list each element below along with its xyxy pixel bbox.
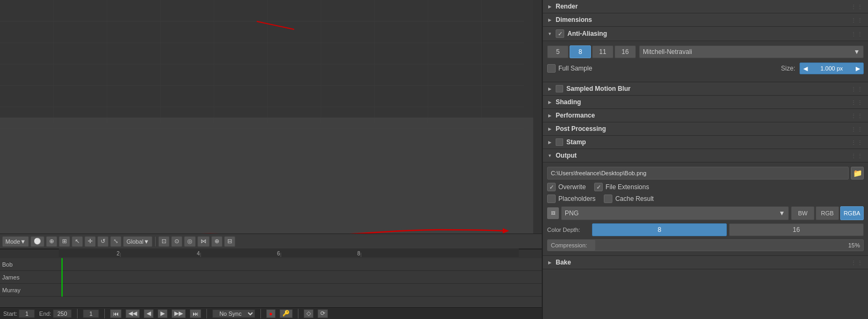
viewport-area: Mode ▼ ⚪ ⊕ ⊞ ↖ ✛ ↺ ⤡ Global ▼ ⊡ ⊙ ◎ ⋈ ⊕ …: [0, 0, 542, 319]
aa-sample-5[interactable]: 5: [547, 45, 569, 58]
rotate-btn[interactable]: ↺: [97, 236, 109, 247]
pivot-btn[interactable]: ⊕: [211, 236, 222, 247]
layout-btn[interactable]: ⊟: [224, 236, 235, 247]
record-btn[interactable]: ●: [266, 309, 275, 318]
smb-section-header[interactable]: ▶ Sampled Motion Blur ⋮⋮: [543, 82, 868, 96]
post-processing-section-header[interactable]: ▶ Post Processing ⋮⋮: [543, 122, 868, 136]
svg-rect-1: [0, 0, 542, 118]
dimensions-title: Dimensions: [556, 16, 592, 24]
prev-key-btn[interactable]: ◀◀: [126, 309, 140, 318]
output-browse-btn[interactable]: 📁: [851, 167, 864, 180]
svg-text:6: 6: [277, 251, 280, 256]
scale-btn[interactable]: ⤡: [110, 236, 121, 247]
dimensions-dots: ⋮⋮: [851, 17, 864, 23]
performance-toggle-icon: ▶: [547, 113, 552, 118]
render-title: Render: [556, 3, 578, 10]
aa-full-sample-row: Full Sample Size: ◀ 1.000 px ▶: [547, 63, 864, 74]
full-sample-label: Full Sample: [558, 65, 592, 72]
compression-value: 15%: [848, 242, 860, 248]
pp-toggle-icon: ▶: [547, 126, 552, 131]
format-label: PNG: [565, 209, 579, 217]
sync-dropdown[interactable]: No Sync: [212, 309, 255, 318]
output-options-row-1: Overwrite File Extensions: [547, 183, 864, 191]
stamp-section-header[interactable]: ▶ Stamp ⋮⋮: [543, 136, 868, 149]
marker-btn[interactable]: ◇: [304, 309, 313, 318]
color-depth-16-btn[interactable]: 16: [729, 223, 864, 236]
file-extensions-checkbox-group: File Extensions: [594, 183, 649, 191]
bake-section-header[interactable]: ▶ Bake ⋮⋮: [543, 256, 868, 269]
file-extensions-checkbox[interactable]: [594, 183, 603, 191]
snap-btn[interactable]: ⊡: [158, 236, 170, 247]
move-btn[interactable]: ✛: [85, 236, 96, 247]
compression-slider[interactable]: Compression: 15%: [547, 239, 864, 251]
next-frame-btn[interactable]: ▶▶: [172, 309, 186, 318]
aa-samples-row: 5 8 11 16 Mitchell-Netravali ▼: [547, 45, 864, 58]
select-btn[interactable]: ↖: [72, 236, 83, 247]
output-path-row: C:\Users\freelance\Desktop\Bob.png 📁: [547, 167, 864, 180]
color-rgb-btn[interactable]: RGB: [816, 206, 839, 220]
color-depth-label: Color Depth:: [547, 227, 590, 233]
jump-start-btn[interactable]: ⏮: [110, 309, 121, 318]
smb-header-left: ▶ Sampled Motion Blur: [547, 85, 631, 92]
aa-sample-11[interactable]: 11: [592, 45, 613, 58]
overwrite-checkbox[interactable]: [547, 183, 556, 191]
mode-dropdown[interactable]: Mode ▼: [2, 236, 29, 247]
end-input[interactable]: [53, 309, 72, 318]
aa-full-sample-checkbox: Full Sample: [547, 64, 592, 73]
shading-section-header[interactable]: ▶ Shading ⋮⋮: [543, 96, 868, 109]
sync-marker-btn[interactable]: ⟳: [318, 309, 328, 318]
status-sep4: [260, 309, 261, 318]
cache-result-checkbox[interactable]: [604, 194, 612, 203]
output-path-field[interactable]: C:\Users\freelance\Desktop\Bob.png: [547, 167, 849, 180]
end-item: End:: [39, 309, 72, 318]
play-btn[interactable]: ▶: [158, 309, 167, 318]
prop-btn[interactable]: ⊙: [171, 236, 182, 247]
placeholders-checkbox[interactable]: [547, 194, 556, 203]
color-bw-btn[interactable]: BW: [791, 206, 815, 220]
mirror-btn[interactable]: ⋈: [197, 236, 210, 247]
start-input[interactable]: [19, 309, 35, 318]
cursor-btn[interactable]: ⊕: [46, 236, 57, 247]
aa-checkbox[interactable]: [556, 29, 564, 38]
aa-filter-arrow: ▼: [854, 48, 860, 56]
shading-header-left: ▶ Shading: [547, 98, 581, 106]
proportional-btn[interactable]: ◎: [184, 236, 196, 247]
dimensions-section-header[interactable]: ▶ Dimensions ⋮⋮: [543, 13, 868, 27]
timeline-track-james: James: [0, 271, 542, 284]
performance-section-header[interactable]: ▶ Performance ⋮⋮: [543, 109, 868, 122]
format-dropdown[interactable]: PNG ▼: [561, 206, 789, 220]
viewport-scrollbar[interactable]: [533, 0, 542, 234]
size-value-left: ◀: [803, 65, 808, 72]
full-sample-checkbox-box[interactable]: [547, 64, 556, 73]
prev-frame-btn[interactable]: ◀: [144, 309, 153, 318]
size-field[interactable]: ◀ 1.000 px ▶: [800, 63, 864, 74]
color-depth-row: Color Depth: 8 16: [547, 223, 864, 236]
aa-sample-16[interactable]: 16: [614, 45, 636, 58]
jump-end-btn[interactable]: ⏭: [190, 309, 201, 318]
aa-filter-label: Mitchell-Netravali: [643, 48, 692, 56]
cache-result-checkbox-group: Cache Result: [604, 194, 654, 203]
keyframe-btn[interactable]: 🔑: [280, 309, 293, 318]
stamp-title: Stamp: [566, 138, 586, 146]
current-frame-input[interactable]: [83, 309, 99, 318]
overwrite-checkbox-group: Overwrite: [547, 183, 586, 191]
view-sphere-btn[interactable]: ⚪: [30, 236, 44, 247]
aa-filter-dropdown[interactable]: Mitchell-Netravali ▼: [639, 45, 864, 58]
aa-dots: ⋮⋮: [851, 31, 864, 37]
color-depth-8-btn[interactable]: 8: [592, 223, 727, 236]
smb-dots: ⋮⋮: [851, 86, 864, 92]
output-content: C:\Users\freelance\Desktop\Bob.png 📁 Ove…: [543, 162, 868, 255]
color-rgba-btn[interactable]: RGBA: [840, 206, 864, 220]
output-section-header[interactable]: ▼ Output ⋮⋮: [543, 149, 868, 162]
anti-aliasing-header[interactable]: ▼ Anti-Aliasing ⋮⋮: [543, 27, 868, 41]
output-section: ▼ Output ⋮⋮ C:\Users\freelance\Desktop\B…: [543, 149, 868, 256]
render-section-header[interactable]: ▶ Render ⋮⋮: [543, 0, 868, 13]
grid-btn[interactable]: ⊞: [59, 236, 70, 247]
viewport-3d: [0, 0, 542, 234]
output-header-left: ▼ Output: [547, 152, 577, 159]
output-toggle-icon: ▼: [547, 153, 552, 158]
aa-sample-8[interactable]: 8: [570, 45, 591, 58]
overwrite-label: Overwrite: [558, 183, 586, 191]
global-dropdown[interactable]: Global ▼: [123, 236, 152, 247]
dimensions-toggle-icon: ▶: [547, 17, 552, 22]
